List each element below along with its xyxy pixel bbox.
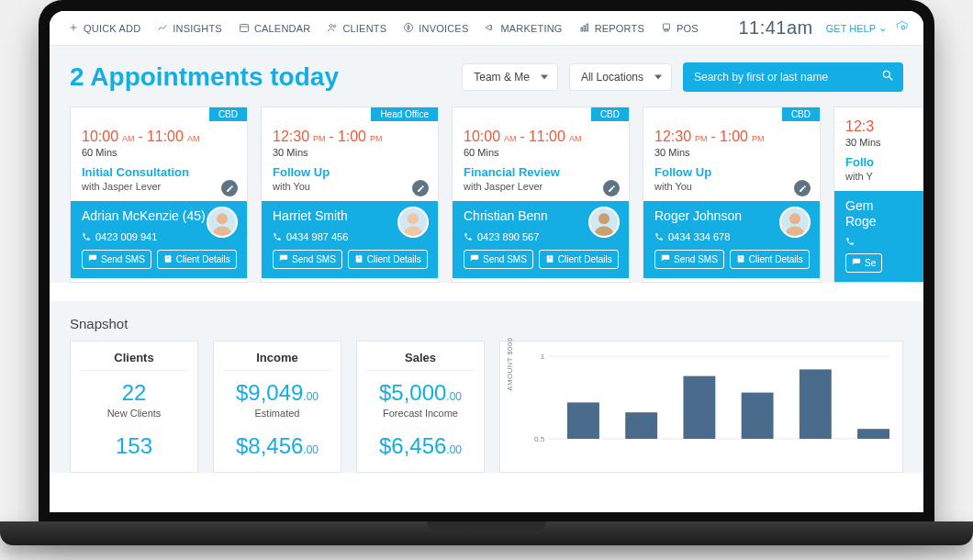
svg-point-4	[330, 24, 332, 27]
svg-text:1: 1	[541, 353, 545, 361]
svg-line-14	[889, 77, 893, 81]
client-details-button[interactable]: Client Details	[157, 250, 237, 269]
page-title: 2 Appointments today	[70, 62, 451, 92]
stat-clients-new: 22	[80, 380, 188, 406]
send-sms-button[interactable]: Send SMS	[82, 250, 151, 269]
dollar-icon	[403, 22, 414, 35]
nav-invoices[interactable]: INVOICES	[397, 18, 474, 39]
svg-rect-21	[355, 256, 362, 263]
nav-quick-add[interactable]: QUICK ADD	[62, 18, 146, 39]
svg-point-26	[549, 257, 551, 259]
appointment-service: Follow Up	[654, 165, 811, 179]
edit-appointment-button[interactable]	[412, 180, 429, 196]
snapshot-chart: AMOUNT $000 0.51	[499, 341, 903, 473]
nav-reports[interactable]: REPORTS	[574, 18, 650, 39]
appointment-card: 12:330 MinsFollowith YGemRogeSe	[833, 106, 923, 283]
svg-rect-7	[581, 28, 583, 31]
users-icon	[327, 22, 338, 35]
svg-point-22	[358, 257, 360, 259]
client-details-button[interactable]: Client Details	[348, 250, 428, 269]
chart-bar	[857, 429, 889, 439]
appointment-card: CBD12:30PM-1:00PM30 MinsFollow Upwith Yo…	[643, 106, 821, 283]
stat-sales-forecast: $5,000.00	[366, 380, 475, 406]
appointment-service: Follow Up	[273, 165, 429, 179]
chart-bar	[800, 369, 832, 439]
nav-label: QUICK ADD	[84, 23, 140, 34]
search-input[interactable]	[694, 71, 881, 84]
svg-rect-29	[737, 256, 744, 263]
get-help-menu[interactable]: GET HELP ⌄	[826, 22, 887, 34]
chart-bar	[742, 392, 774, 438]
calendar-icon	[239, 22, 250, 35]
nav-clients[interactable]: CLIENTS	[321, 18, 392, 39]
edit-appointment-button[interactable]	[221, 180, 238, 196]
appointment-time: 12:30PM-1:00PM	[273, 129, 429, 145]
chart-line-icon	[157, 22, 168, 35]
appointment-duration: 30 Mins	[273, 147, 429, 158]
location-tag: CBD	[591, 107, 629, 121]
appointment-with: with You	[654, 181, 811, 192]
nav-calendar[interactable]: CALENDAR	[233, 18, 317, 39]
top-nav: QUICK ADDINSIGHTSCALENDARCLIENTSINVOICES…	[50, 11, 923, 46]
stat-income-title: Income	[223, 351, 331, 371]
send-sms-button[interactable]: Send SMS	[654, 250, 724, 269]
edit-appointment-button[interactable]	[603, 180, 620, 196]
appointment-card: CBD10:00AM-11:00AM60 MinsInitial Consult…	[70, 106, 248, 283]
nav-label: INVOICES	[419, 23, 468, 34]
stat-income: Income $9,049.00 Estimated $8,456.00	[213, 341, 341, 473]
appointment-with: with Y	[845, 171, 923, 182]
search-icon	[881, 69, 894, 85]
stat-income-est: $9,049.00	[223, 380, 331, 406]
snapshot-section: Snapshot Clients 22 New Clients 153 Inco…	[50, 301, 923, 473]
chart-bar	[625, 412, 657, 439]
svg-point-5	[334, 25, 337, 28]
svg-point-24	[598, 213, 610, 224]
send-sms-button[interactable]: Send SMS	[464, 250, 533, 269]
client-avatar	[207, 207, 238, 238]
appointment-duration: 30 Mins	[845, 137, 923, 148]
svg-point-30	[740, 257, 742, 259]
svg-point-20	[408, 213, 419, 224]
edit-appointment-button[interactable]	[794, 180, 811, 196]
team-filter-select[interactable]: Team & Me	[462, 63, 558, 91]
pos-icon	[661, 22, 672, 35]
appointment-service: Financial Review	[464, 165, 620, 179]
appointment-with: with Jasper Lever	[464, 181, 620, 192]
appointment-duration: 30 Mins	[654, 147, 811, 158]
stat-sales-second: $6,456.00	[366, 433, 475, 459]
location-filter-select[interactable]: All Locations	[569, 63, 672, 91]
client-search[interactable]	[683, 62, 903, 92]
client-details-button[interactable]: Client Details	[539, 250, 619, 269]
send-sms-button[interactable]: Se	[845, 253, 882, 273]
client-avatar	[588, 207, 620, 238]
appointment-time: 10:00AM-11:00AM	[464, 129, 620, 145]
chart-y-label: AMOUNT $000	[506, 337, 514, 390]
appointment-with: with You	[273, 181, 429, 192]
stat-clients-total: 153	[80, 433, 188, 459]
settings-gear-icon[interactable]	[896, 20, 911, 37]
svg-point-18	[167, 257, 169, 259]
appointment-service: Follo	[845, 155, 923, 169]
client-avatar	[779, 207, 811, 238]
nav-label: INSIGHTS	[173, 23, 222, 34]
nav-marketing[interactable]: MARKETING	[479, 18, 567, 39]
bars-icon	[579, 22, 590, 35]
client-phone	[845, 237, 923, 246]
stat-sales-title: Sales	[366, 351, 475, 371]
nav-insights[interactable]: INSIGHTS	[151, 18, 228, 39]
svg-rect-11	[665, 29, 668, 31]
client-details-button[interactable]: Client Details	[730, 250, 810, 269]
appointment-time: 10:00AM-11:00AM	[82, 129, 238, 145]
client-name: GemRoge	[845, 198, 923, 230]
nav-label: REPORTS	[595, 23, 644, 34]
nav-label: MARKETING	[500, 23, 562, 34]
nav-pos[interactable]: POS	[655, 18, 704, 39]
svg-rect-2	[240, 24, 248, 31]
nav-label: POS	[677, 23, 699, 34]
svg-rect-10	[664, 24, 670, 29]
svg-rect-25	[546, 256, 553, 263]
nav-label: CALENDAR	[254, 23, 311, 34]
laptop-base	[0, 521, 973, 545]
send-sms-button[interactable]: Send SMS	[273, 250, 342, 269]
chart-bar	[683, 375, 715, 438]
